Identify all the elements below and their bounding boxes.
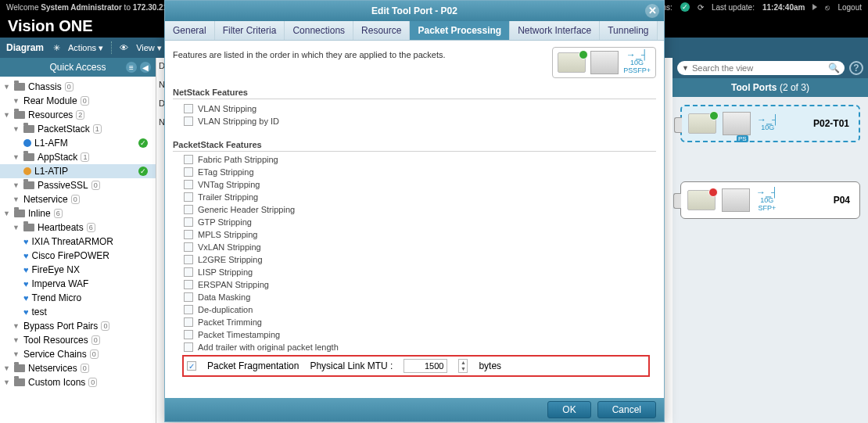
checkbox-icon[interactable] <box>184 192 193 202</box>
chk-item[interactable]: De-duplication <box>184 303 656 316</box>
status-ok-icon: ✓ <box>138 167 148 176</box>
close-button[interactable]: ✕ <box>645 4 659 18</box>
checkbox-icon[interactable]: ✓ <box>187 361 196 371</box>
tab-packet-processing[interactable]: Packet Processing <box>410 21 510 40</box>
quickaccess-hamburger-icon[interactable]: ≡ <box>126 62 137 73</box>
logout-icon[interactable]: ⎋ <box>825 3 830 12</box>
tree-chassis[interactable]: ▼Chassis0 <box>0 80 156 94</box>
checkbox-icon[interactable] <box>184 280 193 289</box>
tab-network-interface[interactable]: Network Interface <box>510 21 600 40</box>
checkbox-icon[interactable] <box>184 155 193 164</box>
chk-item[interactable]: Fabric Path Stripping <box>184 153 656 166</box>
checkbox-icon[interactable] <box>184 117 193 126</box>
checkbox-icon[interactable] <box>184 317 193 327</box>
tree-heartbeats[interactable]: ▼Heartbeats6 <box>0 220 156 235</box>
folder-icon <box>14 364 25 372</box>
checkbox-icon[interactable] <box>184 255 193 264</box>
status-ok-icon: ✓ <box>138 138 148 148</box>
tree-hb-trend[interactable]: ♥Trend Micro <box>0 291 156 305</box>
chk-item[interactable]: Data Masking <box>184 291 656 303</box>
tab-general[interactable]: General <box>165 21 215 40</box>
tree-passivessl[interactable]: ▼PassiveSSL0 <box>0 178 156 192</box>
checkbox-icon[interactable] <box>184 180 193 189</box>
folder-icon <box>23 224 34 231</box>
checkbox-icon[interactable] <box>184 205 193 214</box>
dialog-title-bar[interactable]: Edit Tool Port - P02 ✕ <box>165 1 664 21</box>
checkbox-icon[interactable] <box>184 305 193 314</box>
tab-filter-criteria[interactable]: Filter Criteria <box>215 21 285 40</box>
chk-vlan-stripping-id[interactable]: VLAN Stripping by ID <box>184 115 656 127</box>
port-card-p04[interactable]: →⎯┤10GSFP+ P04 <box>680 181 860 219</box>
tree-service-chains[interactable]: ▼Service Chains0 <box>0 347 156 361</box>
tree-netservices[interactable]: ▼Netservices0 <box>0 361 156 375</box>
chk-item[interactable]: Packet Timestamping <box>184 328 656 341</box>
tree-appstack[interactable]: ▼AppStack1 <box>0 150 156 164</box>
search-input[interactable] <box>689 63 828 73</box>
tree-rear-module[interactable]: ▼Rear Module0 <box>0 94 156 108</box>
tree-hb-imperva[interactable]: ♥Imperva WAF <box>0 277 156 291</box>
chk-item[interactable]: MPLS Stripping <box>184 228 656 241</box>
tree-hb-fireeye[interactable]: ♥FireEye NX <box>0 263 156 277</box>
port-card-p02-t01[interactable]: PS →⎯┤10G P02-T01 <box>680 105 860 142</box>
tree-resources[interactable]: ▼Resources2 <box>0 108 156 122</box>
tree-hb-ixia[interactable]: ♥IXIA ThreatARMOR <box>0 235 156 249</box>
alarms-ok-icon[interactable]: ✓ <box>680 2 690 12</box>
tree-hb-test[interactable]: ♥test <box>0 305 156 319</box>
logout-link[interactable]: Logout <box>838 3 862 12</box>
tab-tunneling[interactable]: Tunneling <box>600 21 657 40</box>
tree-l1-afm[interactable]: L1-AFM✓ <box>0 136 156 150</box>
checkbox-icon[interactable] <box>184 217 193 227</box>
play-icon[interactable] <box>812 4 817 10</box>
right-pane: ▼ 🔍 ? Tool Ports (2 of 3) PS →⎯┤10G P02-… <box>673 58 868 423</box>
search-icon[interactable]: 🔍 <box>828 63 840 73</box>
ok-button[interactable]: OK <box>547 401 590 418</box>
chk-item[interactable]: VNTag Stripping <box>184 178 656 191</box>
tree-bypass[interactable]: ▼Bypass Port Pairs0 <box>0 319 156 333</box>
chk-item[interactable]: VxLAN Stripping <box>184 241 656 253</box>
refresh-icon[interactable]: ⟳ <box>698 3 704 12</box>
search-dropdown-icon[interactable]: ▼ <box>682 64 689 72</box>
chk-item[interactable]: GTP Stripping <box>184 216 656 228</box>
chk-item[interactable]: L2GRE Stripping <box>184 253 656 266</box>
tree-packetstack[interactable]: ▼PacketStack1 <box>0 122 156 136</box>
tree-netservice[interactable]: ▼Netservice0 <box>0 192 156 206</box>
chk-item[interactable]: Add trailer with original packet length <box>184 341 656 353</box>
search-wrap[interactable]: ▼ 🔍 <box>677 61 845 75</box>
actions-menu[interactable]: Actions ▾ <box>68 43 103 53</box>
chk-vlan-stripping[interactable]: VLAN Stripping <box>184 102 656 115</box>
chk-item[interactable]: Packet Trimming <box>184 316 656 328</box>
tree-hb-cisco[interactable]: ♥Cisco FirePOWER <box>0 249 156 263</box>
netstack-header: NetStack Features <box>173 83 656 99</box>
help-icon[interactable]: ? <box>849 61 863 75</box>
mtu-input[interactable] <box>404 359 447 373</box>
chk-item[interactable]: ETag Stripping <box>184 166 656 178</box>
module-icon <box>23 167 31 175</box>
packetstack-list[interactable]: Fabric Path Stripping ETag Stripping VNT… <box>173 152 656 392</box>
last-update-label: Last update: <box>712 3 755 12</box>
checkbox-icon[interactable] <box>184 330 193 339</box>
checkbox-icon[interactable] <box>184 167 193 177</box>
tab-connections[interactable]: Connections <box>285 21 353 40</box>
quickaccess-collapse-icon[interactable]: ◀ <box>140 62 151 73</box>
chk-item[interactable]: Generic Header Stripping <box>184 203 656 216</box>
chk-item[interactable]: LISP Stripping <box>184 266 656 278</box>
last-update-time: 11:24:40am <box>762 3 805 12</box>
tree-custom-icons[interactable]: ▼Custom Icons0 <box>0 375 156 389</box>
chk-item[interactable]: Trailer Stripping <box>184 191 656 203</box>
view-menu[interactable]: View ▾ <box>136 43 162 53</box>
chk-item[interactable]: ERSPAN Stripping <box>184 278 656 291</box>
tree-tool-resources[interactable]: ▼Tool Resources0 <box>0 333 156 347</box>
checkbox-icon[interactable] <box>184 230 193 239</box>
mtu-spinner[interactable]: ▲▼ <box>458 359 468 373</box>
page-title: Diagram <box>6 42 44 53</box>
arrow-icon: →⎯┤ <box>757 116 779 124</box>
cancel-button[interactable]: Cancel <box>597 401 656 418</box>
checkbox-icon[interactable] <box>184 342 193 352</box>
tree-inline[interactable]: ▼Inline6 <box>0 206 156 220</box>
checkbox-icon[interactable] <box>184 104 193 113</box>
checkbox-icon[interactable] <box>184 242 193 252</box>
checkbox-icon[interactable] <box>184 292 193 302</box>
tree-l1-atip[interactable]: L1-ATIP✓ <box>0 164 156 178</box>
tab-resource[interactable]: Resource <box>353 21 410 40</box>
checkbox-icon[interactable] <box>184 267 193 277</box>
